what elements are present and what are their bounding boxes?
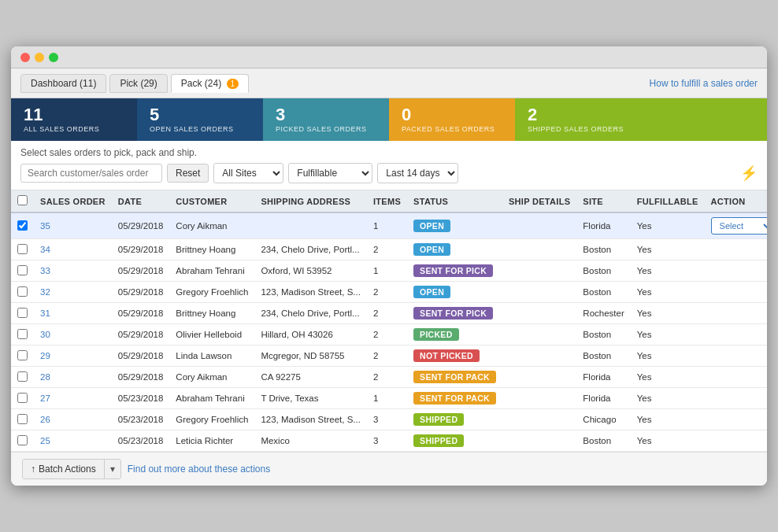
- order-action-cell: [705, 409, 767, 430]
- stat-all-number: 11: [24, 106, 124, 124]
- status-badge: OPEN: [413, 286, 450, 298]
- order-number[interactable]: 32: [34, 282, 112, 303]
- stat-open[interactable]: 5 OPEN SALES ORDERS: [137, 98, 263, 141]
- order-items: 1: [367, 260, 407, 282]
- stat-picked[interactable]: 3 PICKED SALES ORDERS: [263, 98, 389, 141]
- order-fulfillable: Yes: [631, 303, 705, 324]
- order-ship-details: [502, 345, 576, 367]
- batch-actions-main[interactable]: ↑ Batch Actions: [23, 460, 105, 478]
- batch-actions-button[interactable]: ↑ Batch Actions ▾: [22, 459, 121, 479]
- main-window: Dashboard (11) Pick (29) Pack (24) 1 How…: [11, 46, 767, 486]
- order-ship-details: [502, 388, 576, 409]
- stat-shipped[interactable]: 2 SHIPPED SALES ORDERS: [515, 98, 767, 141]
- status-badge: NOT PICKED: [413, 349, 480, 362]
- help-link[interactable]: How to fulfill a sales order: [650, 78, 758, 89]
- action-select[interactable]: Select Pick Pack Ship: [711, 217, 767, 235]
- order-number[interactable]: 30: [34, 324, 112, 345]
- header-date: DATE: [112, 190, 170, 212]
- row-checkbox-cell: [11, 282, 34, 303]
- table-row: 31 05/29/2018 Brittney Hoang 234, Chelo …: [11, 303, 767, 324]
- row-checkbox[interactable]: [17, 265, 28, 275]
- header-sales-order: SALES ORDER: [34, 190, 112, 212]
- tab-pick[interactable]: Pick (29): [109, 74, 167, 93]
- stat-all[interactable]: 11 ALL SALES ORDERS: [11, 98, 137, 141]
- order-number[interactable]: 31: [34, 303, 112, 324]
- row-checkbox-cell: [11, 260, 34, 282]
- row-checkbox[interactable]: [17, 329, 28, 339]
- row-checkbox-cell: [11, 367, 34, 388]
- header-shipping-address: SHIPPING ADDRESS: [254, 190, 367, 212]
- order-number[interactable]: 26: [34, 409, 112, 430]
- order-number[interactable]: 29: [34, 345, 112, 367]
- row-checkbox[interactable]: [17, 414, 28, 424]
- row-checkbox[interactable]: [17, 308, 28, 318]
- search-input[interactable]: [20, 164, 162, 183]
- order-action-cell: [705, 367, 767, 388]
- order-site: Boston: [576, 324, 630, 345]
- header-action: ACTION: [705, 190, 767, 212]
- fulfillable-select[interactable]: Fulfillable All Not Fulfillable: [288, 163, 372, 183]
- order-items: 2: [367, 345, 407, 367]
- order-fulfillable: Yes: [631, 409, 705, 430]
- order-fulfillable: Yes: [631, 324, 705, 345]
- order-status: SHIPPED: [407, 409, 502, 430]
- find-out-link[interactable]: Find out more about these actions: [128, 464, 270, 475]
- order-fulfillable: Yes: [631, 430, 705, 452]
- row-checkbox[interactable]: [17, 393, 28, 403]
- tab-pack-count: (24): [205, 78, 221, 89]
- batch-actions-label: Batch Actions: [39, 464, 96, 475]
- header-checkbox-cell: [11, 190, 34, 212]
- lightning-icon: ⚡: [740, 164, 758, 182]
- order-customer: Brittney Hoang: [169, 239, 254, 260]
- stat-shipped-number: 2: [528, 106, 754, 124]
- order-items: 2: [367, 324, 407, 345]
- row-checkbox[interactable]: [17, 435, 28, 445]
- stat-packed[interactable]: 0 PACKED SALES ORDERS: [389, 98, 515, 141]
- nav-tabs: Dashboard (11) Pick (29) Pack (24) 1: [20, 74, 249, 93]
- tab-pack-label: Pack: [181, 78, 202, 89]
- maximize-button[interactable]: [49, 53, 58, 62]
- tab-pack[interactable]: Pack (24) 1: [171, 74, 249, 93]
- order-action-cell: [705, 260, 767, 282]
- order-date: 05/29/2018: [112, 324, 170, 345]
- tab-dashboard-count: (11): [80, 78, 96, 89]
- order-customer: Gregory Froehlich: [169, 409, 254, 430]
- select-all-checkbox[interactable]: [17, 195, 28, 205]
- batch-icon: ↑: [31, 464, 35, 475]
- order-date: 05/29/2018: [112, 260, 170, 282]
- order-number[interactable]: 33: [34, 260, 112, 282]
- row-checkbox[interactable]: [17, 220, 28, 231]
- order-number[interactable]: 27: [34, 388, 112, 409]
- row-checkbox[interactable]: [17, 286, 28, 297]
- order-site: Boston: [576, 282, 630, 303]
- row-checkbox[interactable]: [17, 244, 28, 254]
- order-date: 05/29/2018: [112, 212, 170, 239]
- order-items: 3: [367, 409, 407, 430]
- reset-button[interactable]: Reset: [167, 164, 209, 183]
- row-checkbox[interactable]: [17, 371, 28, 382]
- order-number[interactable]: 25: [34, 430, 112, 452]
- order-date: 05/23/2018: [112, 388, 170, 409]
- row-checkbox[interactable]: [17, 350, 28, 360]
- minimize-button[interactable]: [35, 53, 44, 62]
- tab-dashboard-label: Dashboard: [31, 78, 77, 89]
- order-fulfillable: Yes: [631, 367, 705, 388]
- table-row: 32 05/29/2018 Gregory Froehlich 123, Mad…: [11, 282, 767, 303]
- order-customer: Abraham Tehrani: [169, 388, 254, 409]
- order-items: 2: [367, 303, 407, 324]
- order-number[interactable]: 35: [34, 212, 112, 239]
- pack-badge: 1: [227, 79, 239, 89]
- status-badge: PICKED: [413, 328, 458, 341]
- batch-actions-arrow[interactable]: ▾: [105, 460, 120, 478]
- order-fulfillable: Yes: [631, 260, 705, 282]
- stat-packed-label: PACKED SALES ORDERS: [402, 125, 502, 133]
- date-select[interactable]: Last 14 days Last 30 days Last 7 days: [377, 163, 458, 183]
- status-badge: OPEN: [413, 220, 450, 232]
- order-number[interactable]: 34: [34, 239, 112, 260]
- order-fulfillable: Yes: [631, 345, 705, 367]
- order-items: 2: [367, 239, 407, 260]
- tab-dashboard[interactable]: Dashboard (11): [20, 74, 106, 93]
- close-button[interactable]: [20, 53, 30, 62]
- order-number[interactable]: 28: [34, 367, 112, 388]
- site-select[interactable]: All Sites Boston Florida Chicago Rochest…: [213, 163, 283, 183]
